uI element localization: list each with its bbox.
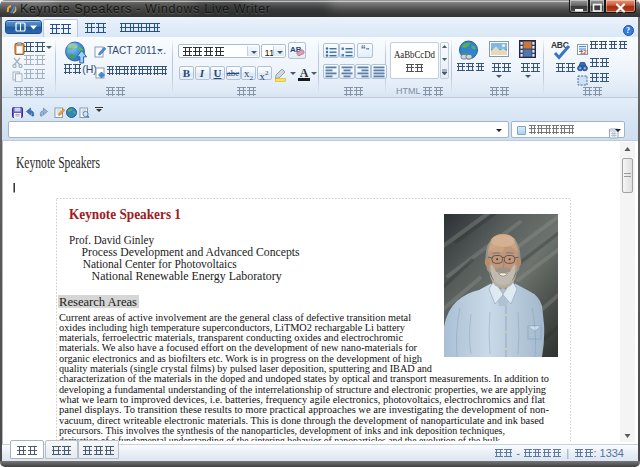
svg-text:123: 123 [580, 49, 588, 55]
svg-text:Keynote Speakers: Keynote Speakers [16, 153, 100, 172]
svg-text:Research Areas: Research Areas [59, 295, 137, 309]
svg-text:Keynote Speakers 1: Keynote Speakers 1 [69, 206, 181, 222]
svg-text:?: ? [626, 26, 630, 35]
svg-text:AaBbCcDd: AaBbCcDd [394, 48, 435, 60]
svg-text:National Renewable Energy Labo: National Renewable Energy Laboratory [92, 269, 283, 283]
svg-text:derivation of a fundamental un: derivation of a fundamental understandin… [59, 434, 501, 441]
